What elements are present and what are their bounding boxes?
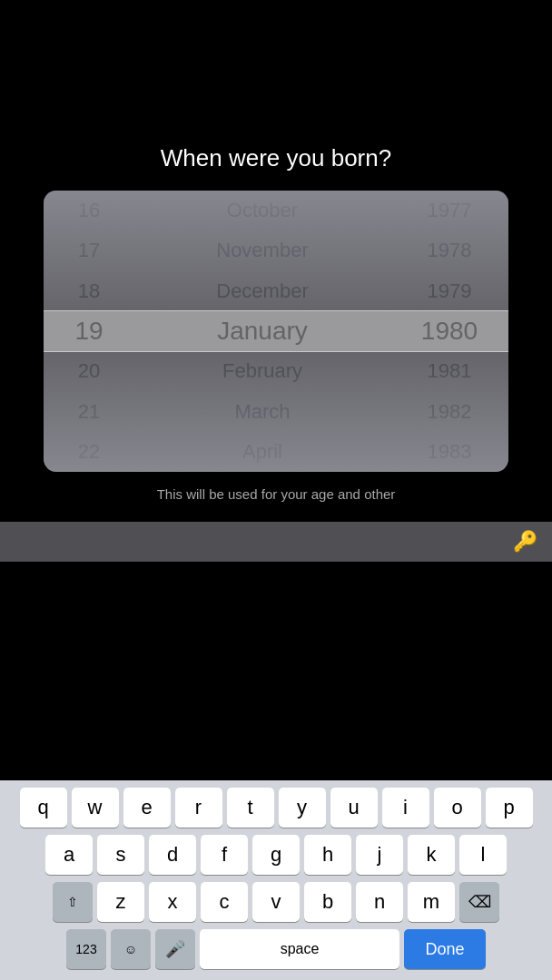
subtitle-area: This will be used for your age and other [0, 472, 552, 504]
year-item[interactable]: 1983 [390, 432, 508, 472]
key-c[interactable]: c [201, 882, 248, 922]
day-column[interactable]: 16171819202122 [44, 191, 134, 472]
key-q[interactable]: q [20, 788, 67, 828]
key-w[interactable]: w [72, 788, 119, 828]
month-item[interactable]: April [134, 432, 390, 472]
year-item[interactable]: 1977 [390, 191, 508, 230]
month-item[interactable]: October [134, 191, 390, 230]
keyboard-row-2: asdfghjkl [3, 835, 549, 875]
day-item[interactable]: 16 [44, 191, 134, 230]
day-item[interactable]: 21 [44, 391, 134, 431]
key-z[interactable]: z [97, 882, 144, 922]
day-item[interactable]: 18 [44, 271, 134, 311]
top-area: When were you born? [0, 0, 552, 191]
year-column[interactable]: 1977197819791980198119821983 [390, 191, 508, 472]
key-p[interactable]: p [486, 788, 533, 828]
shift-key[interactable]: ⇧ [53, 882, 93, 922]
key-m[interactable]: m [408, 882, 455, 922]
date-picker[interactable]: 16171819202122 OctoberNovemberDecemberJa… [44, 191, 508, 472]
key-g[interactable]: g [252, 835, 300, 875]
key-j[interactable]: j [356, 835, 403, 875]
key-e[interactable]: e [123, 788, 171, 828]
month-item[interactable]: January [134, 311, 390, 351]
key-v[interactable]: v [252, 882, 300, 922]
keyboard-row-4: 123 ☺ 🎤 space Done [3, 929, 549, 969]
key-t[interactable]: t [227, 788, 274, 828]
emoji-key[interactable]: ☺ [111, 929, 151, 969]
key-o[interactable]: o [434, 788, 481, 828]
key-b[interactable]: b [304, 882, 351, 922]
key-icon: 🔑 [513, 530, 537, 554]
day-item[interactable]: 17 [44, 230, 134, 270]
keyboard-row-1: qwertyuiop [3, 788, 549, 828]
key-d[interactable]: d [149, 835, 196, 875]
keyboard-row-3: ⇧ zxcvbnm⌫ [3, 882, 549, 922]
year-item[interactable]: 1978 [390, 230, 508, 270]
month-item[interactable]: November [134, 230, 390, 270]
key-x[interactable]: x [149, 882, 196, 922]
key-r[interactable]: r [175, 788, 222, 828]
page-title: When were you born? [161, 144, 391, 172]
month-item[interactable]: February [134, 351, 390, 391]
key-h[interactable]: h [304, 835, 351, 875]
key-s[interactable]: s [97, 835, 144, 875]
month-item[interactable]: December [134, 271, 390, 311]
key-i[interactable]: i [382, 788, 429, 828]
year-item[interactable]: 1982 [390, 391, 508, 431]
key-u[interactable]: u [330, 788, 378, 828]
keyboard: qwertyuiop asdfghjkl ⇧ zxcvbnm⌫ 123 ☺ 🎤 … [0, 780, 552, 980]
month-column[interactable]: OctoberNovemberDecemberJanuaryFebruaryMa… [134, 191, 390, 472]
month-item[interactable]: March [134, 391, 390, 431]
mic-key[interactable]: 🎤 [155, 929, 195, 969]
year-item[interactable]: 1980 [390, 311, 508, 351]
subtitle-text: This will be used for your age and other [157, 486, 396, 502]
key-y[interactable]: y [279, 788, 326, 828]
space-key[interactable]: space [200, 929, 399, 969]
key-k[interactable]: k [408, 835, 455, 875]
key-f[interactable]: f [201, 835, 248, 875]
day-item[interactable]: 22 [44, 432, 134, 472]
key-n[interactable]: n [356, 882, 403, 922]
year-item[interactable]: 1981 [390, 351, 508, 391]
key-l[interactable]: l [459, 835, 507, 875]
done-key[interactable]: Done [404, 929, 486, 969]
day-item[interactable]: 20 [44, 351, 134, 391]
numbers-key[interactable]: 123 [66, 929, 106, 969]
year-item[interactable]: 1979 [390, 271, 508, 311]
day-item[interactable]: 19 [44, 311, 134, 351]
key-a[interactable]: a [45, 835, 93, 875]
input-bar: 🔑 [0, 522, 552, 562]
delete-key[interactable]: ⌫ [459, 882, 499, 922]
